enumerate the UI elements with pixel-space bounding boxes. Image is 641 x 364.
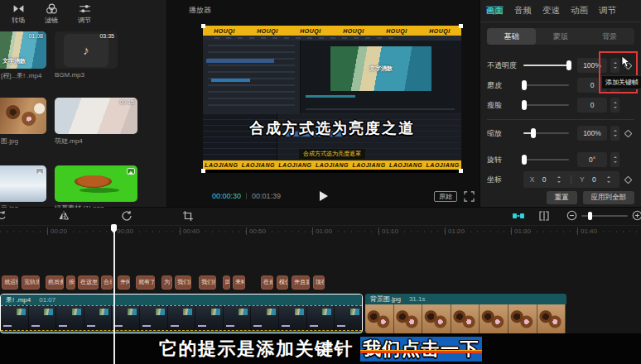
tab-picture[interactable]: 画面 bbox=[486, 5, 504, 17]
preview-viewer-label: 文字消散 bbox=[369, 65, 393, 73]
x-stepper[interactable] bbox=[554, 172, 563, 187]
fullscreen-icon[interactable] bbox=[464, 191, 475, 202]
video-clip-background[interactable]: 背景图.jpg 31.1s bbox=[365, 294, 566, 333]
preview-app-panels: 文字消散 bbox=[203, 41, 461, 113]
subtitle-clip[interactable]: 回 bbox=[223, 275, 230, 290]
media-item-tutorial-video[interactable]: 01:08 文字消散 bbox=[0, 31, 46, 69]
subtitle-clip[interactable]: 现在 bbox=[313, 275, 325, 290]
crop-icon[interactable] bbox=[182, 210, 194, 222]
x-value[interactable]: 0 bbox=[542, 175, 547, 184]
play-button[interactable] bbox=[320, 191, 328, 201]
tab-speed[interactable]: 变速 bbox=[542, 5, 560, 17]
tab-audio[interactable]: 音频 bbox=[514, 5, 532, 17]
scale-value[interactable]: 100% bbox=[577, 126, 607, 141]
subtitle-clip[interactable]: 然后多 bbox=[46, 275, 64, 290]
scale-keyframe-button[interactable] bbox=[624, 129, 632, 137]
media-item-clouds[interactable] bbox=[0, 165, 46, 202]
rotate-value[interactable]: 0° bbox=[577, 152, 607, 167]
media-item-greenscreen-tiger[interactable] bbox=[55, 165, 137, 202]
ratio-button[interactable]: 原始 bbox=[434, 191, 457, 202]
media-item-girl-video[interactable]: 00:15 bbox=[55, 98, 137, 134]
subtitle-text: 它的提示是添加关键针 bbox=[159, 337, 354, 362]
current-time: 00:00:30 bbox=[212, 192, 241, 200]
scale-slider[interactable] bbox=[523, 132, 569, 134]
subtitle-clip[interactable]: 合成 bbox=[101, 275, 113, 290]
filmstrip-frame bbox=[112, 306, 140, 330]
subtitle-clip[interactable]: 并且要 bbox=[292, 275, 310, 290]
video-preview[interactable]: HOUQIHOUQIHOUQIHOUQIHOUQIHOUQI 文字消散 bbox=[203, 26, 461, 173]
tab-animation[interactable]: 动画 bbox=[571, 5, 588, 17]
undo-icon[interactable] bbox=[0, 210, 7, 222]
rotate-stepper[interactable] bbox=[610, 152, 619, 167]
clip-filmstrip bbox=[365, 304, 566, 333]
opacity-stepper[interactable] bbox=[610, 58, 619, 73]
subtitle-clip[interactable]: 为了 bbox=[161, 275, 172, 290]
subtab-mask[interactable]: 蒙版 bbox=[536, 28, 585, 45]
timeline-section: 00:2000:3000:4000:5001:0001:1001:2001:30… bbox=[0, 208, 641, 333]
opacity-value[interactable]: 100% bbox=[577, 58, 607, 73]
filmstrip-frame bbox=[508, 304, 537, 333]
position-keyframe-button[interactable] bbox=[624, 175, 632, 184]
preview-banner-bottom: LAOJIANGLAOJIANGLAOJIANGLAOJIANGLAOJIANG… bbox=[203, 160, 461, 170]
video-clip-main[interactable]: 果! .mp4 01:07 bbox=[0, 294, 363, 333]
banner-text: LAOJIANG bbox=[427, 162, 460, 168]
banner-text: LAOJIANG bbox=[242, 162, 275, 168]
subtitle-clip[interactable]: 在这里多 bbox=[78, 275, 99, 290]
subtitle-clip[interactable]: 模仿 bbox=[277, 275, 288, 290]
transform-handle-top-left[interactable] bbox=[201, 24, 205, 28]
ruler-label: 00:40 bbox=[180, 228, 200, 235]
slim-face-stepper[interactable] bbox=[610, 98, 619, 113]
slim-face-slider[interactable] bbox=[523, 104, 569, 106]
preview-effect-panel bbox=[203, 41, 301, 113]
subtitle-clip[interactable]: 按 bbox=[66, 275, 75, 290]
split-icon[interactable] bbox=[538, 210, 550, 222]
filmstrip-frame bbox=[365, 304, 394, 333]
cursor-icon bbox=[621, 55, 631, 68]
total-duration: 00:01:39 bbox=[252, 192, 281, 200]
subtitle-clip[interactable]: 我们把 bbox=[199, 275, 216, 290]
subtab-basic[interactable]: 基础 bbox=[487, 28, 536, 45]
subtitle-clip[interactable]: 就运转 bbox=[2, 275, 18, 290]
timeline-zoom-handle[interactable] bbox=[588, 212, 592, 220]
timeline-zoom-slider[interactable] bbox=[581, 215, 628, 217]
y-stepper[interactable] bbox=[604, 172, 613, 187]
zoom-in-icon[interactable] bbox=[632, 210, 641, 221]
banner-text: HOUQI bbox=[386, 28, 407, 34]
subtitle-clip[interactable]: 并同 bbox=[118, 275, 130, 290]
opacity-slider[interactable] bbox=[523, 65, 569, 66]
transform-handle-bottom-right[interactable] bbox=[459, 169, 463, 173]
banner-text: LAOJIANG bbox=[278, 162, 311, 168]
position-inputs[interactable]: X 0 Y 0 bbox=[523, 171, 619, 188]
slim-face-value[interactable]: 0 bbox=[577, 98, 607, 113]
subtitle-clip[interactable]: 来到 bbox=[233, 275, 245, 290]
subtitle-clip[interactable]: 宽轨道 bbox=[22, 275, 40, 290]
subtitle-clip[interactable]: 在最 bbox=[261, 275, 273, 290]
adjust-tool[interactable]: 调节 bbox=[71, 2, 98, 28]
mirror-icon[interactable] bbox=[58, 210, 70, 222]
apply-all-button[interactable]: 应用到全部 bbox=[583, 191, 635, 204]
filmstrip-frame bbox=[84, 306, 113, 330]
subtab-background[interactable]: 背景 bbox=[586, 28, 634, 45]
snap-icon[interactable] bbox=[512, 210, 525, 222]
media-item-bgm[interactable]: ♪ 03:35 bbox=[55, 31, 118, 69]
transform-handle-bottom-left[interactable] bbox=[201, 169, 205, 173]
scale-stepper[interactable] bbox=[610, 126, 619, 141]
zoom-out-icon[interactable] bbox=[566, 210, 577, 221]
transitions-tool[interactable]: 转场 bbox=[5, 2, 31, 28]
reset-button[interactable]: 重置 bbox=[547, 191, 577, 204]
transform-handle-top-right[interactable] bbox=[459, 24, 463, 28]
opacity-label: 不透明度 bbox=[487, 60, 523, 71]
rotate-slider[interactable] bbox=[523, 159, 569, 160]
media-item-donuts[interactable] bbox=[0, 98, 46, 134]
rotate-icon[interactable] bbox=[121, 210, 133, 222]
subtitle-clip[interactable]: 我们还 bbox=[175, 275, 191, 290]
filters-tool[interactable]: 滤镜 bbox=[38, 2, 65, 28]
slim-face-row: 瘦脸 0 bbox=[480, 96, 641, 114]
timeline-ruler[interactable]: 00:2000:3000:4000:5001:0001:1001:2001:30… bbox=[0, 225, 641, 237]
player-controls: 00:00:30 00:01:39 原始 bbox=[167, 189, 480, 205]
subtitle-clip[interactable]: 就有了 bbox=[136, 275, 155, 290]
position-row: 坐标 X 0 Y 0 bbox=[480, 170, 641, 189]
smooth-skin-slider[interactable] bbox=[523, 84, 569, 86]
tab-adjust[interactable]: 调节 bbox=[599, 5, 616, 17]
y-value[interactable]: 0 bbox=[592, 175, 596, 184]
